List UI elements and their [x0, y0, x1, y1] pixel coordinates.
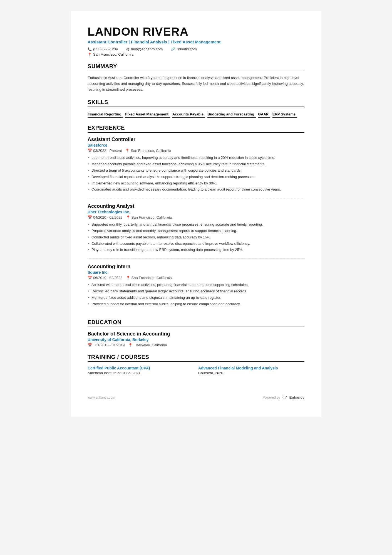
job-company: Salesforce	[88, 143, 304, 147]
location-pin-icon: 📍	[125, 149, 130, 153]
calendar-icon: 📅	[88, 276, 92, 280]
phone-icon: 📞	[88, 47, 92, 51]
contact-row-1: 📞 (555) 555-1234 @ help@enhancv.com 🔗 li…	[88, 47, 304, 51]
training-title: TRAINING / COURSES	[88, 354, 304, 362]
bullet-item: Managed accounts payable and fixed asset…	[88, 161, 304, 167]
bullet-item: Developed financial reports and analysis…	[88, 174, 304, 180]
experience-container: Assistant Controller Salesforce 📅 03/202…	[88, 137, 304, 312]
location-icon: 📍	[128, 343, 133, 347]
job-location: 📍 San Francisco, California	[126, 276, 172, 280]
training-item-title: Certified Public Accountant (CPA)	[88, 366, 194, 370]
education-container: Bachelor of Science in Accounting Univer…	[88, 331, 304, 347]
skill-tag: Financial Reporting	[88, 111, 123, 118]
email-contact: @ help@enhancv.com	[126, 47, 163, 51]
footer-powered: Powered by ⌇✓ Enhancv	[262, 395, 304, 400]
training-item-org: American Institute of CPAs, 2021	[88, 371, 194, 375]
training-item: Certified Public Accountant (CPA) Americ…	[88, 366, 194, 375]
job-meta: 📅 03/2022 - Present 📍 San Francisco, Cal…	[88, 149, 304, 153]
job-title: Assistant Controller	[88, 137, 304, 142]
bullet-item: Played a key role in transitioning to a …	[88, 247, 304, 253]
job-title: Accounting Analyst	[88, 203, 304, 209]
education-entry: Bachelor of Science in Accounting Univer…	[88, 331, 304, 347]
skill-tag: Budgeting and Forecasting	[207, 111, 256, 118]
phone-number: (555) 555-1234	[93, 47, 118, 51]
job-title: Accounting Intern	[88, 264, 304, 270]
education-section: EDUCATION Bachelor of Science in Account…	[88, 319, 304, 347]
experience-entry: Accounting Analyst Uber Technologies Inc…	[88, 203, 304, 259]
job-bullets: Assisted with month-end close activities…	[88, 282, 304, 307]
education-title: EDUCATION	[88, 319, 304, 327]
job-dates: 📅 06/2019 - 03/2020	[88, 276, 123, 280]
email-address: help@enhancv.com	[131, 47, 163, 51]
calendar-icon: 📅	[88, 343, 92, 347]
job-location: 📍 San Francisco, California	[125, 149, 171, 153]
linkedin-url: linkedin.com	[177, 47, 197, 51]
training-section: TRAINING / COURSES Certified Public Acco…	[88, 354, 304, 375]
job-location: 📍 San Francisco, California	[126, 215, 172, 219]
job-dates: 📅 03/2022 - Present	[88, 149, 122, 153]
training-container: Certified Public Accountant (CPA) Americ…	[88, 366, 304, 375]
phone-contact: 📞 (555) 555-1234	[88, 47, 118, 51]
job-bullets: Led month-end close activities, improvin…	[88, 155, 304, 193]
edu-dates: 01/2015 - 01/2019	[95, 343, 125, 347]
page-footer: www.enhancv.com Powered by ⌇✓ Enhancv	[88, 392, 304, 400]
job-dates: 📅 04/2020 - 02/2022	[88, 215, 123, 219]
edu-degree: Bachelor of Science in Accounting	[88, 331, 304, 337]
summary-title: SUMMARY	[88, 63, 304, 71]
contact-row-2: 📍 San Francisco, California	[88, 52, 304, 56]
bullet-item: Led month-end close activities, improvin…	[88, 155, 304, 161]
training-item: Advanced Financial Modeling and Analysis…	[198, 366, 304, 375]
bullet-item: Directed a team of 5 accountants to ensu…	[88, 168, 304, 174]
powered-by-label: Powered by	[262, 396, 280, 399]
job-meta: 📅 04/2020 - 02/2022 📍 San Francisco, Cal…	[88, 215, 304, 219]
job-company: Uber Technologies Inc.	[88, 210, 304, 214]
skill-tag: Fixed Asset Management	[125, 111, 170, 118]
email-icon: @	[126, 47, 130, 51]
candidate-name: LANDON RIVERA	[88, 25, 304, 38]
candidate-title: Assistant Controller | Financial Analysi…	[88, 40, 304, 44]
job-meta: 📅 06/2019 - 03/2020 📍 San Francisco, Cal…	[88, 276, 304, 280]
experience-section: EXPERIENCE Assistant Controller Salesfor…	[88, 125, 304, 312]
enhancv-brand: Enhancv	[289, 395, 304, 399]
experience-entry: Assistant Controller Salesforce 📅 03/202…	[88, 137, 304, 198]
bullet-item: Provided support for internal and extern…	[88, 301, 304, 307]
job-bullets: Supported monthly, quarterly, and annual…	[88, 222, 304, 253]
experience-title: EXPERIENCE	[88, 125, 304, 133]
skills-section: SKILLS Financial ReportingFixed Asset Ma…	[88, 99, 304, 118]
bullet-item: Reconciled bank statements and general l…	[88, 288, 304, 294]
bullet-item: Implemented new accounting software, enh…	[88, 181, 304, 186]
experience-entry: Accounting Intern Square Inc. 📅 06/2019 …	[88, 264, 304, 312]
footer-url: www.enhancv.com	[88, 396, 115, 399]
edu-location: Berkeley, California	[136, 343, 167, 347]
calendar-icon: 📅	[88, 215, 92, 219]
edu-school: University of California, Berkeley	[88, 337, 304, 342]
location-pin-icon: 📍	[126, 215, 130, 219]
enhancv-logo-icon: ⌇✓	[282, 395, 288, 400]
skills-title: SKILLS	[88, 99, 304, 107]
edu-meta: 📅 01/2015 - 01/2019 📍 Berkeley, Californ…	[88, 343, 304, 347]
training-item-org: Coursera, 2020	[198, 371, 304, 375]
bullet-item: Monitored fixed asset additions and disp…	[88, 295, 304, 301]
bullet-item: Collaborated with accounts payable team …	[88, 241, 304, 247]
bullet-item: Coordinated audits and provided necessar…	[88, 187, 304, 193]
location-pin-icon: 📍	[126, 276, 130, 280]
bullet-item: Assisted with month-end close activities…	[88, 282, 304, 288]
training-item-title: Advanced Financial Modeling and Analysis	[198, 366, 304, 370]
summary-section: SUMMARY Enthusiastic Assistant Controlle…	[88, 63, 304, 92]
header: LANDON RIVERA Assistant Controller | Fin…	[88, 25, 304, 56]
resume-page: LANDON RIVERA Assistant Controller | Fin…	[71, 11, 321, 417]
job-company: Square Inc.	[88, 270, 304, 275]
link-icon: 🔗	[171, 47, 175, 51]
bullet-item: Supported monthly, quarterly, and annual…	[88, 222, 304, 228]
location-icon: 📍	[88, 53, 92, 56]
calendar-icon: 📅	[88, 149, 92, 153]
linkedin-contact: 🔗 linkedin.com	[171, 47, 197, 51]
location-text: San Francisco, California	[93, 52, 133, 56]
skill-tag: Accounts Payable	[172, 111, 205, 118]
skills-container: Financial ReportingFixed Asset Managemen…	[88, 111, 304, 118]
bullet-item: Conducted audits of fixed asset records,…	[88, 235, 304, 240]
summary-text: Enthusiastic Assistant Controller with 3…	[88, 75, 304, 92]
bullet-item: Prepared variance analysis and monthly m…	[88, 228, 304, 234]
skill-tag: ERP Systems	[272, 111, 297, 118]
skill-tag: GAAP	[258, 111, 270, 118]
